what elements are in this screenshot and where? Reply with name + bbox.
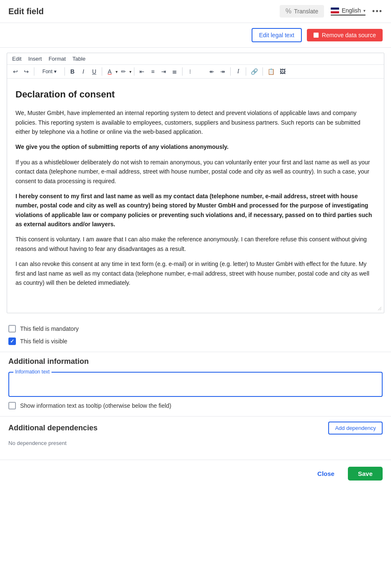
remove-data-source-button[interactable]: Remove data source (307, 29, 383, 41)
align-justify-button[interactable]: ≣ (170, 66, 180, 77)
rich-text-editor: Edit Insert Format Table ↩ ↪ Font ▾ B I … (7, 53, 384, 313)
editor-content[interactable]: Declaration of consent We, Muster GmbH, … (7, 79, 384, 313)
tooltip-row: Show information text as tooltip (otherw… (8, 402, 383, 409)
align-right-button[interactable]: ⇥ (159, 66, 169, 77)
editor-paragraph-4: I hereby consent to my first and last na… (15, 192, 376, 229)
footer: Close Save (0, 460, 391, 487)
toolbar-separator-5 (182, 67, 183, 76)
no-dependence-text: No dependence present (8, 440, 67, 446)
edit-legal-text-button[interactable]: Edit legal text (252, 28, 302, 42)
language-label: English (342, 7, 361, 14)
editor-toolbar: ↩ ↪ Font ▾ B I U A ▾ ✏ ▾ ⇤ ≡ ⇥ ≣ ⁝ ⁣ ↞ ↠… (7, 65, 384, 79)
image-button[interactable]: 🖼 (278, 66, 288, 77)
dependencies-header: Additional dependencies Add dependency (8, 422, 383, 435)
underline-button[interactable]: U (89, 66, 99, 77)
translate-label: Translate (294, 8, 318, 15)
translate-icon: % (286, 8, 291, 15)
header: Edit field % Translate English ▾ ••• (0, 0, 391, 23)
remove-icon (314, 33, 319, 38)
bullet-list-button[interactable]: ⁝ (185, 66, 195, 77)
editor-paragraph-5: This consent is voluntary. I am aware th… (15, 235, 376, 253)
additional-info-title: Additional information (8, 357, 383, 366)
translate-button[interactable]: % Translate (280, 5, 324, 18)
undo-button[interactable]: ↩ (10, 66, 21, 77)
editor-paragraph-2: We give you the option of submitting rep… (15, 142, 376, 151)
editor-paragraph-1: We, Muster GmbH, have implemented an int… (15, 108, 376, 136)
tooltip-checkbox[interactable] (8, 402, 16, 409)
font-color-button[interactable]: A (105, 66, 115, 77)
language-selector[interactable]: English ▾ (331, 7, 365, 15)
outdent-button[interactable]: ↞ (207, 66, 217, 77)
close-button[interactable]: Close (309, 467, 343, 481)
more-options-button[interactable]: ••• (372, 7, 383, 16)
italic-button[interactable]: I (78, 66, 88, 77)
toolbar-separator-6 (230, 67, 231, 76)
mandatory-label: This field is mandatory (20, 325, 79, 332)
toolbar-separator-4 (134, 67, 134, 76)
resize-handle[interactable] (377, 306, 382, 311)
menu-table[interactable]: Table (72, 56, 85, 62)
font-color-chevron[interactable]: ▾ (116, 69, 118, 74)
copy-button[interactable]: 📋 (265, 66, 277, 77)
toolbar-separator-2 (64, 67, 65, 76)
flag-icon (331, 8, 339, 13)
bold-button[interactable]: B (67, 66, 77, 77)
remove-source-label: Remove data source (322, 32, 376, 38)
align-left-button[interactable]: ⇤ (137, 66, 147, 77)
menu-edit[interactable]: Edit (12, 56, 21, 62)
action-bar: Edit legal text Remove data source (0, 23, 391, 48)
highlight-button[interactable]: ✏ (118, 66, 129, 77)
indent-button[interactable]: ↠ (218, 66, 228, 77)
info-text-field[interactable]: Information text (8, 372, 383, 397)
menu-insert[interactable]: Insert (28, 56, 42, 62)
italic2-button[interactable]: I (233, 66, 243, 77)
checkboxes-section: This field is mandatory This field is vi… (0, 318, 391, 352)
tooltip-label: Show information text as tooltip (otherw… (20, 402, 171, 409)
editor-heading: Declaration of consent (15, 87, 376, 102)
editor-menu: Edit Insert Format Table (7, 53, 384, 65)
font-select[interactable]: Font ▾ (37, 66, 62, 77)
visible-checkbox[interactable] (8, 337, 16, 345)
ordered-list-button[interactable]: ⁣ (196, 66, 206, 77)
mandatory-row: This field is mandatory (8, 325, 383, 332)
add-dependency-button[interactable]: Add dependency (328, 422, 383, 435)
visible-label: This field is visible (20, 338, 67, 345)
toolbar-separator-3 (102, 67, 102, 76)
align-center-button[interactable]: ≡ (148, 66, 158, 77)
link-button[interactable]: 🔗 (249, 66, 260, 77)
editor-paragraph-3: If you as a whistleblower deliberately d… (15, 158, 376, 186)
dependencies-title: Additional dependencies (8, 424, 98, 432)
menu-format[interactable]: Format (49, 56, 66, 62)
save-button[interactable]: Save (348, 467, 383, 481)
toolbar-separator-1 (34, 67, 34, 76)
toolbar-separator-8 (262, 67, 263, 76)
page-title: Edit field (8, 7, 273, 16)
dependencies-section: Additional dependencies Add dependency N… (0, 416, 391, 453)
info-text-label: Information text (13, 369, 51, 375)
toolbar-separator-7 (246, 67, 246, 76)
editor-paragraph-6: I can also revoke this consent at any ti… (15, 259, 376, 287)
info-text-input[interactable] (14, 377, 377, 389)
redo-button[interactable]: ↪ (21, 66, 31, 77)
mandatory-checkbox[interactable] (8, 325, 16, 332)
highlight-chevron[interactable]: ▾ (129, 69, 131, 74)
visible-row: This field is visible (8, 337, 383, 345)
chevron-down-icon: ▾ (363, 8, 365, 13)
additional-info-section: Additional information Information text … (0, 352, 391, 416)
